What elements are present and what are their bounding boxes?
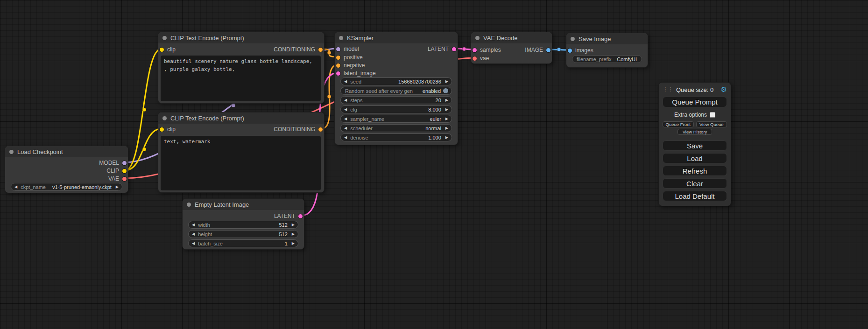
load-button[interactable]: Load: [663, 153, 727, 163]
decrement-arrow-icon[interactable]: ◀: [192, 232, 195, 236]
filename-prefix-text-widget[interactable]: filename_prefix ComfyUI: [572, 55, 642, 63]
output-slot-model[interactable]: MODEL: [99, 159, 127, 167]
node-title-bar[interactable]: Empty Latent Image: [183, 199, 304, 210]
random-seed-toggle-widget[interactable]: Random seed after every gen enabled: [340, 87, 452, 95]
latent-slot-dot[interactable]: [452, 47, 456, 51]
latent-slot-dot[interactable]: [336, 71, 340, 76]
scheduler-combo-widget[interactable]: ◀ scheduler normal ▶: [340, 124, 452, 132]
input-slot-negative[interactable]: negative: [336, 62, 365, 69]
increment-arrow-icon[interactable]: ▶: [292, 242, 295, 245]
node-title-bar[interactable]: VAE Decode: [471, 32, 552, 43]
queue-front-button[interactable]: Queue Front: [663, 121, 694, 127]
conditioning-slot-dot[interactable]: [318, 48, 323, 52]
latent-slot-dot[interactable]: [298, 214, 303, 218]
output-slot-image[interactable]: IMAGE: [525, 46, 550, 54]
ckpt-name-combo-widget[interactable]: ◀ ckpt_name v1-5-pruned-emaonly.ckpt ▶: [11, 183, 122, 191]
decrement-arrow-icon[interactable]: ◀: [192, 242, 195, 245]
node-title-bar[interactable]: CLIP Text Encode (Prompt): [158, 112, 324, 124]
vae-slot-dot[interactable]: [473, 56, 477, 61]
input-slot-latent-image[interactable]: latent_image: [336, 70, 376, 77]
output-slot-conditioning[interactable]: CONDITIONING: [274, 126, 323, 133]
decrement-arrow-icon[interactable]: ◀: [344, 98, 347, 102]
view-queue-button[interactable]: View Queue: [696, 121, 727, 127]
queue-prompt-button[interactable]: Queue Prompt: [663, 97, 727, 107]
collapse-dot-icon[interactable]: [187, 203, 191, 207]
extra-options-checkbox[interactable]: [710, 112, 715, 118]
steps-number-widget[interactable]: ◀ steps 20 ▶: [340, 96, 452, 104]
increment-arrow-icon[interactable]: ▶: [292, 232, 295, 236]
prompt-textarea[interactable]: beautiful scenery nature glass bottle la…: [161, 56, 321, 101]
decrement-arrow-icon[interactable]: ◀: [344, 80, 347, 84]
clip-slot-dot[interactable]: [122, 169, 127, 173]
input-slot-clip[interactable]: clip: [160, 46, 176, 53]
collapse-dot-icon[interactable]: [162, 116, 167, 120]
conditioning-slot-dot[interactable]: [336, 56, 340, 60]
input-slot-model[interactable]: model: [336, 45, 359, 53]
clip-slot-dot[interactable]: [160, 127, 164, 132]
output-slot-vae[interactable]: VAE: [108, 175, 127, 182]
node-title-bar[interactable]: KSampler: [335, 32, 458, 43]
conditioning-slot-dot[interactable]: [318, 127, 323, 132]
node-vae-decode[interactable]: VAE Decode samples vae IMAGE: [471, 32, 552, 64]
collapse-dot-icon[interactable]: [475, 36, 480, 40]
model-slot-dot[interactable]: [336, 47, 340, 51]
node-clip-text-encode-negative[interactable]: CLIP Text Encode (Prompt) clip CONDITION…: [158, 112, 325, 193]
decrement-arrow-icon[interactable]: ◀: [344, 136, 347, 140]
input-slot-images[interactable]: images: [568, 47, 593, 54]
decrement-arrow-icon[interactable]: ◀: [344, 117, 347, 121]
refresh-button[interactable]: Refresh: [663, 166, 727, 176]
increment-arrow-icon[interactable]: ▶: [445, 108, 448, 112]
seed-number-widget[interactable]: ◀ seed 156680208700286 ▶: [340, 77, 452, 85]
load-default-button[interactable]: Load Default: [663, 191, 727, 201]
latent-slot-dot[interactable]: [473, 48, 477, 52]
node-clip-text-encode-positive[interactable]: CLIP Text Encode (Prompt) clip CONDITION…: [158, 32, 325, 104]
collapse-dot-icon[interactable]: [162, 36, 167, 40]
batch-size-number-widget[interactable]: ◀ batch_size 1 ▶: [188, 239, 298, 247]
node-title-bar[interactable]: Load Checkpoint: [5, 146, 128, 157]
image-slot-dot[interactable]: [568, 49, 572, 53]
image-slot-dot[interactable]: [546, 48, 550, 52]
increment-arrow-icon[interactable]: ▶: [445, 117, 448, 121]
save-button[interactable]: Save: [663, 140, 727, 151]
node-ksampler[interactable]: KSampler model positive negative latent_…: [334, 32, 458, 145]
increment-arrow-icon[interactable]: ▶: [445, 136, 448, 140]
input-slot-vae[interactable]: vae: [473, 55, 489, 62]
output-slot-clip[interactable]: CLIP: [106, 167, 127, 175]
clear-button[interactable]: Clear: [663, 178, 727, 189]
input-slot-samples[interactable]: samples: [473, 46, 501, 54]
output-slot-latent[interactable]: LATENT: [274, 212, 303, 220]
collapse-dot-icon[interactable]: [571, 37, 575, 41]
input-slot-clip[interactable]: clip: [160, 126, 176, 133]
drag-handle-icon[interactable]: ⋮⋮: [663, 86, 673, 92]
increment-arrow-icon[interactable]: ▶: [116, 185, 119, 189]
vae-slot-dot[interactable]: [122, 177, 127, 181]
increment-arrow-icon[interactable]: ▶: [292, 223, 295, 227]
collapse-dot-icon[interactable]: [339, 36, 343, 40]
decrement-arrow-icon[interactable]: ◀: [192, 223, 195, 227]
cfg-number-widget[interactable]: ◀ cfg 8.000 ▶: [340, 105, 452, 113]
node-title-bar[interactable]: CLIP Text Encode (Prompt): [158, 32, 324, 43]
increment-arrow-icon[interactable]: ▶: [445, 98, 448, 102]
view-history-button[interactable]: View History: [677, 129, 713, 135]
node-graph-canvas[interactable]: Load Checkpoint MODEL CLIP VAE ◀ ckpt_na…: [0, 0, 868, 329]
model-slot-dot[interactable]: [122, 161, 127, 165]
increment-arrow-icon[interactable]: ▶: [445, 80, 448, 84]
height-number-widget[interactable]: ◀ height 512 ▶: [188, 230, 298, 238]
sampler-name-combo-widget[interactable]: ◀ sampler_name euler ▶: [340, 115, 452, 123]
node-save-image[interactable]: Save Image images filename_prefix ComfyU…: [566, 33, 648, 68]
clip-slot-dot[interactable]: [160, 48, 164, 52]
decrement-arrow-icon[interactable]: ◀: [344, 108, 347, 112]
toggle-knob-icon[interactable]: [443, 88, 448, 93]
output-slot-latent[interactable]: LATENT: [428, 45, 456, 53]
denoise-number-widget[interactable]: ◀ denoise 1.000 ▶: [340, 133, 452, 141]
node-title-bar[interactable]: Save Image: [566, 33, 648, 44]
width-number-widget[interactable]: ◀ width 512 ▶: [188, 221, 298, 229]
node-empty-latent-image[interactable]: Empty Latent Image LATENT ◀ width 512 ▶ …: [182, 198, 304, 250]
decrement-arrow-icon[interactable]: ◀: [344, 126, 347, 130]
input-slot-positive[interactable]: positive: [336, 54, 363, 61]
output-slot-conditioning[interactable]: CONDITIONING: [274, 46, 323, 53]
increment-arrow-icon[interactable]: ▶: [445, 126, 448, 130]
prompt-textarea[interactable]: text, watermark: [161, 136, 321, 190]
node-load-checkpoint[interactable]: Load Checkpoint MODEL CLIP VAE ◀ ckpt_na…: [5, 146, 128, 193]
decrement-arrow-icon[interactable]: ◀: [14, 185, 17, 189]
